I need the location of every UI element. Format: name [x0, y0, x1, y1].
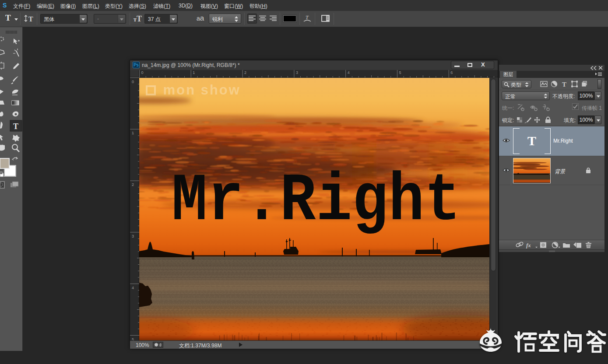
svg-text:T: T [562, 81, 566, 88]
svg-text:0: 0 [132, 80, 134, 84]
svg-text:x: x [546, 105, 548, 110]
svg-text:2: 2 [244, 70, 246, 75]
svg-text:5: 5 [399, 70, 401, 75]
svg-text:3: 3 [296, 70, 298, 75]
svg-text:T: T [13, 122, 18, 131]
svg-text:0: 0 [141, 70, 144, 75]
svg-text:T: T [28, 15, 33, 23]
svg-text:3: 3 [132, 234, 134, 238]
svg-text:fx: fx [526, 242, 531, 248]
svg-text:4: 4 [132, 286, 134, 290]
svg-text:6: 6 [450, 70, 453, 75]
svg-text:5: 5 [132, 337, 134, 341]
svg-text:4: 4 [348, 70, 350, 75]
svg-text:2: 2 [132, 182, 134, 187]
svg-text:1: 1 [132, 131, 134, 135]
svg-text:1: 1 [193, 70, 195, 75]
svg-text:T: T [306, 14, 309, 21]
